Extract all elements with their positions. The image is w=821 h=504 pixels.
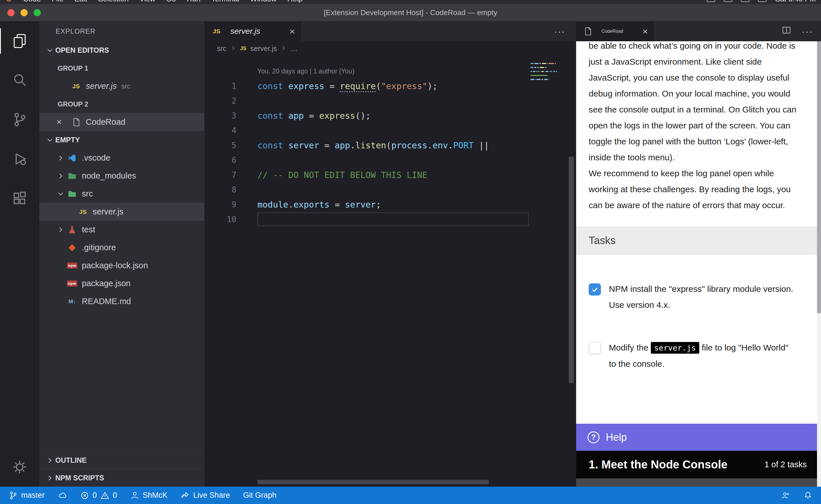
git-graph-button[interactable]: Git Graph <box>243 491 277 500</box>
code-token: exports <box>293 200 329 210</box>
sidebar-item-readme-md[interactable]: M↓README.md <box>39 292 204 310</box>
task-checkbox[interactable] <box>589 342 601 354</box>
code-line-9[interactable]: 9module.exports = server; <box>204 197 576 212</box>
webview-scrollbar[interactable] <box>817 41 821 487</box>
problems-indicator[interactable]: 0 0 <box>80 491 117 500</box>
menubar-tray-icon[interactable] <box>758 0 767 2</box>
sidebar-item-package-json[interactable]: npmpackage.json <box>39 274 204 292</box>
run-debug-icon[interactable] <box>0 139 39 179</box>
code-line-3[interactable]: 3const app = express(); <box>204 108 576 123</box>
branch-indicator[interactable]: master <box>9 491 45 500</box>
close-tab-icon[interactable]: × <box>289 26 295 37</box>
more-actions-icon[interactable]: ··· <box>554 26 565 37</box>
sidebar-section-outline[interactable]: OUTLINE <box>39 451 204 469</box>
codelens-annotation[interactable]: You, 20 days ago | 1 author (You) <box>204 64 576 79</box>
minimap-token <box>545 67 546 68</box>
menu-item-selection[interactable]: Selection <box>98 0 128 3</box>
menu-bar-status-icons: Sat 6:45 PM <box>707 0 816 3</box>
errors-icon <box>80 491 89 500</box>
code-line-4[interactable]: 4 <box>204 123 576 138</box>
source-control-icon[interactable] <box>0 100 39 139</box>
menu-item-edit[interactable]: Edit <box>74 0 87 3</box>
sidebar-item-node-modules[interactable]: node_modules <box>39 167 204 185</box>
live-share-button[interactable]: Live Share <box>181 491 230 500</box>
breadcrumb-folder[interactable]: src <box>217 44 226 53</box>
menubar-tray-icon[interactable] <box>741 0 750 2</box>
task-checkbox[interactable] <box>589 283 601 296</box>
task-list: NPM install the "express" library module… <box>589 281 806 372</box>
webview-scrollbar-thumb[interactable] <box>817 41 821 313</box>
code-token: = <box>324 81 340 91</box>
sidebar-item-src[interactable]: src <box>39 185 204 203</box>
minimap-token <box>548 79 549 80</box>
lesson-footer[interactable]: 1. Meet the Node Console 1 of 2 tasks <box>576 451 817 478</box>
menu-item-help[interactable]: Help <box>287 0 303 3</box>
sidebar-item-group-1[interactable]: GROUP 1 <box>39 59 204 77</box>
menu-item-run[interactable]: Run <box>187 0 201 3</box>
code-line-1[interactable]: 1const express = require("express"); <box>204 79 576 93</box>
menu-item-go[interactable]: Go <box>166 0 176 3</box>
close-editor-icon[interactable]: × <box>56 117 70 127</box>
code-line-8[interactable]: 8 <box>204 182 576 197</box>
extensions-icon[interactable] <box>0 179 39 218</box>
zoom-window-button[interactable] <box>34 9 41 16</box>
more-actions-icon[interactable]: ··· <box>802 26 813 37</box>
sidebar-item-coderoad[interactable]: ×CodeRoad <box>39 113 204 131</box>
sidebar-item-server-js[interactable]: JSserver.jssrc <box>39 77 204 95</box>
search-icon[interactable] <box>0 61 39 100</box>
code-token <box>283 111 288 121</box>
code-editor[interactable]: You, 20 days ago | 1 author (You)1const … <box>204 56 576 487</box>
breadcrumb-file[interactable]: server.js <box>250 44 277 53</box>
horizontal-scrollbar[interactable] <box>258 480 489 484</box>
menubar-tray-icon[interactable] <box>707 0 715 2</box>
tab-coderoad[interactable]: CodeRoad × <box>576 21 654 41</box>
sidebar-section-npm-scripts[interactable]: NPM SCRIPTS <box>39 469 204 487</box>
sidebar-item-group-2[interactable]: GROUP 2 <box>39 95 204 113</box>
menubar-clock[interactable]: Sat 6:45 PM <box>775 0 816 3</box>
tree-item-label: .vscode <box>82 153 110 163</box>
code-line-2[interactable]: 2 <box>204 93 576 108</box>
menu-item-file[interactable]: File <box>52 0 64 3</box>
code-line-5[interactable]: 5const server = app.listen(process.env.P… <box>204 138 576 153</box>
account-status-item[interactable]: ShMcK <box>130 491 167 500</box>
sidebar-item--vscode[interactable]: .vscode <box>39 149 204 167</box>
explorer-icon[interactable] <box>0 21 39 61</box>
code-line-10[interactable]: 10 <box>204 212 576 227</box>
sidebar-item-package-lock-json[interactable]: npmpackage-lock.json <box>39 257 204 274</box>
menubar-tray-icon[interactable] <box>724 0 732 2</box>
minimap[interactable] <box>530 62 558 82</box>
menu-item-terminal[interactable]: Terminal <box>211 0 239 3</box>
js-file-icon: JS <box>211 25 223 37</box>
menu-item-view[interactable]: View <box>139 0 155 3</box>
test-icon <box>66 224 78 236</box>
tree-item-label: node_modules <box>82 171 136 181</box>
vscode-window: ⚙ CodeFileEditSelectionViewGoRunTerminal… <box>0 0 821 504</box>
close-window-button[interactable] <box>7 9 15 16</box>
sync-changes-button[interactable] <box>58 491 67 500</box>
sidebar-item--gitignore[interactable]: .gitignore <box>39 239 204 257</box>
minimap-token <box>555 63 556 64</box>
code-line-7[interactable]: 7// -- DO NOT EDIT BELOW THIS LINE <box>204 167 576 182</box>
minimap-token <box>548 63 554 64</box>
notifications-bell-icon[interactable] <box>803 491 812 500</box>
js-icon: JS <box>70 80 82 92</box>
settings-gear-icon[interactable] <box>0 447 39 487</box>
sidebar-item-test[interactable]: test <box>39 221 204 239</box>
code-line-6[interactable]: 6 <box>204 153 576 167</box>
close-tab-icon[interactable]: × <box>642 26 648 37</box>
code-token: || <box>474 140 489 150</box>
split-editor-icon[interactable] <box>782 25 791 37</box>
sidebar-item-open-editors[interactable]: OPEN EDITORS <box>39 41 204 59</box>
sidebar-item-empty[interactable]: EMPTY <box>39 131 204 149</box>
sidebar-item-server-js[interactable]: JSserver.js <box>39 203 204 221</box>
minimize-window-button[interactable] <box>21 9 28 16</box>
vertical-scrollbar[interactable] <box>569 157 574 383</box>
tab-server-js[interactable]: JS server.js × <box>204 21 301 41</box>
menu-item-code[interactable]: Code <box>23 0 41 3</box>
code-token: ( <box>386 140 391 150</box>
code-token: ); <box>427 81 438 91</box>
menu-item-window[interactable]: Window <box>250 0 276 3</box>
breadcrumb-symbol[interactable]: … <box>291 44 298 53</box>
help-button[interactable]: ? Help <box>576 424 817 451</box>
live-share-contacts-icon[interactable] <box>781 491 790 500</box>
